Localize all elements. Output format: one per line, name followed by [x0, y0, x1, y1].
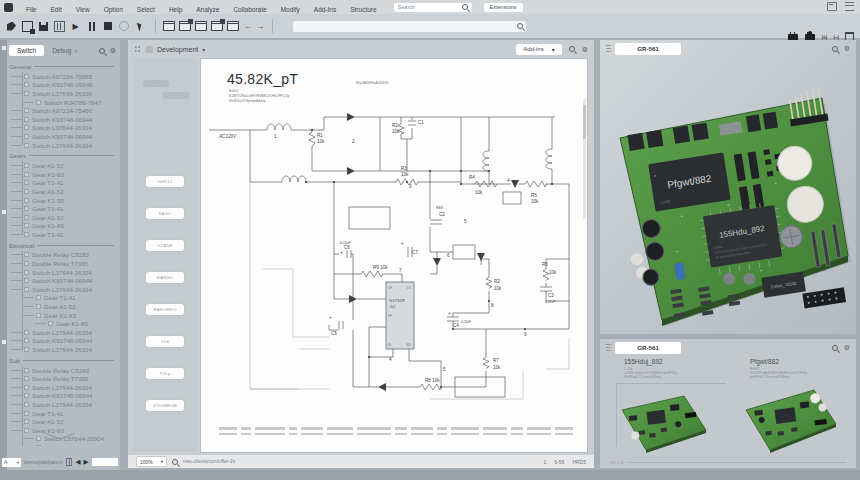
- tree-item[interactable]: Gear K1-83: [9, 311, 118, 320]
- tree-item[interactable]: Gear T1-41: [9, 409, 118, 418]
- pcb-thumbnail[interactable]: [608, 388, 716, 454]
- search-icon[interactable]: [172, 459, 178, 465]
- tree-item[interactable]: Switch K93748-06944: [9, 392, 118, 401]
- tree-item[interactable]: Gear K1-93: [9, 170, 118, 179]
- palette-button[interactable]: SASO: [146, 208, 184, 219]
- tree-item[interactable]: Switch L37644-26304: [9, 285, 118, 294]
- tree-item[interactable]: Gear A1-52: [9, 187, 118, 196]
- variant-card-155hduj[interactable]: 155Hduj_892 L.Cfq uZ5Pk.wb3zV5YT08BDmGuN…: [608, 357, 724, 454]
- schematic-canvas[interactable]: 45.82K_pT Euler2 B.ZETT2Kb4-GHY9E5B8CDOH…: [200, 58, 588, 453]
- mixer-icon[interactable]: [53, 20, 66, 32]
- tab-gr561[interactable]: GR-561: [615, 43, 681, 55]
- tree-item[interactable]: Gear A1-52: [9, 302, 118, 311]
- search-icon[interactable]: [99, 48, 105, 54]
- stop-icon[interactable]: [101, 20, 114, 32]
- expand-chevron-icon[interactable]: [43, 426, 77, 444]
- tree-item[interactable]: Gear K1-85: [9, 222, 118, 231]
- gear-icon[interactable]: ⚙: [110, 47, 116, 54]
- menu-item[interactable]: Structure: [343, 6, 383, 13]
- ic-g17529[interactable]: G17529 -52 GF LS HF IN GN: [386, 282, 414, 349]
- tree-item[interactable]: Gear A1-52: [9, 161, 118, 170]
- palette-button[interactable]: IGS: [146, 336, 184, 347]
- menu-item[interactable]: View: [69, 6, 97, 13]
- chevron-down-icon[interactable]: ▾: [202, 46, 205, 53]
- page-export-icon[interactable]: [194, 20, 207, 32]
- pause-icon[interactable]: [85, 20, 98, 32]
- drag-grip-icon[interactable]: [134, 45, 141, 53]
- menu-item[interactable]: Collaborate: [226, 6, 273, 13]
- tree-item[interactable]: Switch K93748-09346: [9, 81, 118, 90]
- save-icon[interactable]: [37, 20, 50, 32]
- page-import-icon[interactable]: [210, 20, 223, 32]
- tree-item[interactable]: Gear A1-52: [9, 417, 118, 426]
- menu-item[interactable]: Select: [130, 6, 162, 13]
- duplicate-icon[interactable]: [21, 20, 34, 32]
- tree-item[interactable]: Switch K93748-06944: [9, 132, 118, 141]
- canvas-scrollbar[interactable]: [583, 99, 586, 219]
- toolbar-search-input[interactable]: [293, 21, 526, 32]
- next-arrow-icon[interactable]: ▶: [83, 458, 88, 466]
- menu-item[interactable]: Modify: [274, 6, 307, 13]
- pointer-icon[interactable]: [133, 20, 146, 32]
- export-window-icon[interactable]: [827, 2, 837, 11]
- palette-button[interactable]: RANSU: [146, 272, 184, 283]
- variant-card-pfgwt[interactable]: Pfgwt/882 Fvb02 3Z.BYPvAaS2W7D8B8FuDr6.X…: [734, 357, 850, 454]
- menu-item[interactable]: Help: [162, 6, 189, 13]
- gear-icon[interactable]: ⚙: [844, 344, 850, 351]
- tree-item[interactable]: Switch L37644-26304: [9, 345, 118, 354]
- gear-icon[interactable]: ⚙: [582, 46, 588, 53]
- tree-item[interactable]: Switch L37644-26304: [9, 383, 118, 392]
- tree-item[interactable]: Switch L37644-26304: [9, 141, 118, 150]
- select-corner-icon[interactable]: [5, 20, 18, 32]
- tree-item[interactable]: Double Relay T7365: [9, 259, 118, 268]
- menu-item[interactable]: Option: [97, 6, 130, 13]
- palette-button[interactable]: ZOOMBGB: [146, 400, 184, 411]
- tab-gr561[interactable]: GR-561: [615, 342, 681, 354]
- palette-button[interactable]: TVLp: [146, 368, 184, 379]
- search-icon[interactable]: [569, 46, 575, 52]
- tree-item[interactable]: Switch L37648-26306: [9, 89, 118, 98]
- menu-item[interactable]: File: [19, 6, 43, 13]
- rail-marker[interactable]: [2, 340, 6, 344]
- gear-icon[interactable]: ⚙: [844, 45, 850, 52]
- tree-item[interactable]: Switch L37644-26304: [9, 268, 118, 277]
- palette-button[interactable]: VZANE: [146, 240, 184, 251]
- tree-footer-dropdown[interactable]: A ▾: [2, 458, 21, 467]
- tree-item[interactable]: Gear T1-41: [9, 230, 118, 239]
- tree-item[interactable]: Switch R34786-7647: [9, 98, 118, 107]
- tab-switch[interactable]: Switch: [9, 45, 44, 56]
- menu-item[interactable]: Edit: [43, 6, 68, 13]
- tree-item[interactable]: Gear A1-52: [9, 213, 118, 222]
- rail-marker[interactable]: [2, 210, 6, 214]
- tab-debug[interactable]: Debug ×: [44, 45, 86, 56]
- tree-item[interactable]: Gear K1-95: [9, 196, 118, 205]
- tree-item[interactable]: Gear T1-41: [9, 204, 118, 213]
- pcb-3d-viewport[interactable]: Pfgwt/882 L.Cfq2: [600, 58, 856, 332]
- close-icon[interactable]: ×: [74, 48, 78, 54]
- tree-item[interactable]: Switch L37644-26304: [9, 328, 118, 337]
- tree-item[interactable]: Double Relay C5282: [9, 251, 118, 260]
- tree-item[interactable]: Switch K93748-06944: [9, 115, 118, 124]
- page-new-icon[interactable]: [226, 20, 239, 32]
- refresh-icon[interactable]: [117, 20, 130, 32]
- tree-item[interactable]: Switch L37644-26304: [9, 400, 118, 409]
- window-new-icon[interactable]: [162, 20, 175, 32]
- menu-item[interactable]: Analyze: [189, 6, 226, 13]
- drag-grip-icon[interactable]: [606, 44, 611, 53]
- search-icon[interactable]: [832, 46, 838, 52]
- tree-footer-field[interactable]: [92, 458, 118, 466]
- tree-item[interactable]: Switch A97234-75466: [9, 106, 118, 115]
- prev-arrow-icon[interactable]: ◀: [75, 458, 80, 466]
- forward-arrow-icon[interactable]: →: [256, 22, 264, 31]
- tree-item[interactable]: Switch K93748-06944: [9, 276, 118, 285]
- palette-button[interactable]: GH312: [146, 176, 184, 187]
- menu-search-box[interactable]: Search: [394, 3, 472, 12]
- tree-item[interactable]: Gear T1-41: [9, 294, 118, 303]
- tree-item[interactable]: Switch L37644-26304: [9, 124, 118, 133]
- tree-item[interactable]: Switch K93748-06944: [9, 337, 118, 346]
- tree-item[interactable]: Gear K1-85: [9, 319, 118, 328]
- palette-button[interactable]: RAKORFO: [146, 304, 184, 315]
- extensions-button[interactable]: Extensions: [484, 3, 523, 12]
- pcb-thumbnail[interactable]: [734, 384, 846, 454]
- tree-item[interactable]: Switch A97234-75865: [9, 72, 118, 81]
